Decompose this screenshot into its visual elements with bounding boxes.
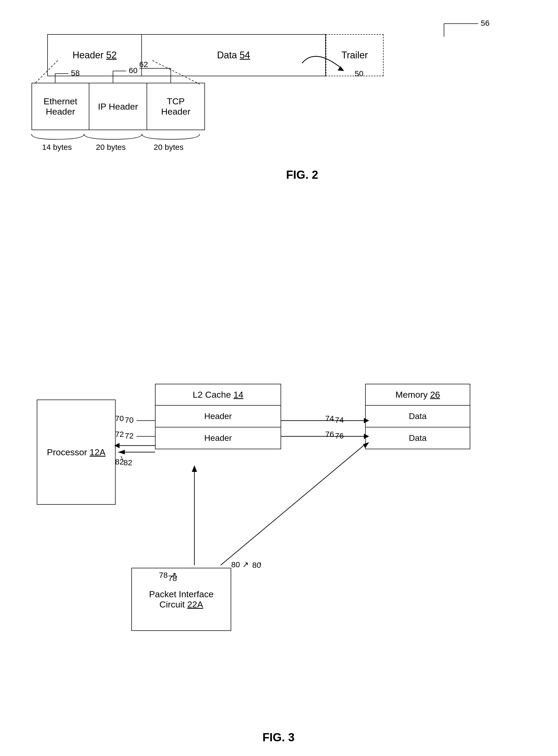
data-label: Data 54 [217, 50, 250, 61]
memory-row2: Data [366, 428, 470, 449]
eth-label: EthernetHeader [44, 96, 77, 117]
svg-marker-36 [192, 465, 197, 472]
svg-text:80: 80 [252, 561, 261, 569]
ip-box: IP Header [89, 83, 147, 130]
ref-74: 74 [325, 414, 334, 423]
svg-text:56: 56 [481, 19, 489, 27]
svg-text:70: 70 [125, 416, 133, 424]
l2cache-box: L2 Cache 14 Header Header [155, 384, 281, 449]
ref-80: 80 ↗ [231, 560, 249, 569]
svg-text:74: 74 [335, 416, 344, 424]
l2cache-title: L2 Cache 14 [155, 384, 281, 406]
memory-title: Memory 26 [366, 384, 470, 406]
l2cache-row1: Header [155, 406, 281, 428]
ref-76: 76 [325, 430, 334, 439]
memory-row1: Data [366, 406, 470, 428]
svg-text:72: 72 [125, 431, 133, 440]
ref-82: 82 [115, 457, 124, 466]
processor-label: Processor 12A [47, 447, 106, 457]
top-packet-row: Header 52 Data 54 Trailer [47, 34, 384, 76]
svg-text:14 bytes: 14 bytes [42, 143, 72, 151]
svg-text:76: 76 [335, 431, 344, 440]
svg-line-37 [221, 444, 365, 565]
packet-intf-label: Packet InterfaceCircuit 22A [149, 589, 213, 610]
svg-text:20 bytes: 20 bytes [96, 143, 126, 151]
fig3-title: FIG. 3 [21, 731, 536, 744]
trailer-box: Trailer [326, 34, 384, 76]
fig3-wrapper: 70 72 74 76 82 78 80 [21, 363, 536, 726]
svg-text:20 bytes: 20 bytes [154, 143, 183, 151]
l2cache-row2: Header [155, 428, 281, 449]
page: 56 58 60 62 [0, 0, 558, 756]
fig2-section: 56 58 60 62 [26, 16, 526, 181]
ref-70: 70 [115, 414, 124, 423]
tcp-label: TCPHeader [161, 96, 191, 117]
data-box: Data 54 [142, 34, 326, 76]
sub-packet-row: EthernetHeader IP Header TCPHeader [31, 83, 205, 130]
ref-72: 72 [115, 430, 124, 439]
fig2-title: FIG. 2 [79, 168, 526, 181]
ref-78: 78 ↗ [159, 570, 177, 580]
trailer-label: Trailer [341, 50, 368, 61]
memory-box: Memory 26 Data Data [365, 384, 470, 449]
processor-box: Processor 12A [37, 399, 116, 505]
header-box: Header 52 [47, 34, 142, 76]
ip-label: IP Header [98, 101, 138, 112]
fig3-section: 70 72 74 76 82 78 80 [21, 363, 536, 744]
eth-box: EthernetHeader [31, 83, 89, 130]
svg-text:82: 82 [124, 458, 132, 467]
header-label: Header 52 [73, 50, 117, 61]
packet-intf-box: Packet InterfaceCircuit 22A [131, 568, 231, 631]
tcp-box: TCPHeader [147, 83, 205, 130]
